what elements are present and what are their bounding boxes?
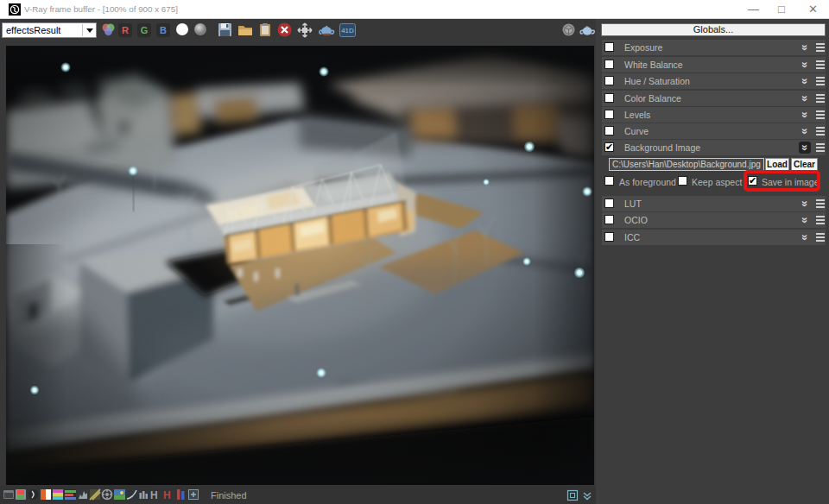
svg-text:41D: 41D	[341, 27, 354, 35]
svg-text:H: H	[163, 489, 171, 501]
svg-text:H: H	[150, 489, 158, 501]
